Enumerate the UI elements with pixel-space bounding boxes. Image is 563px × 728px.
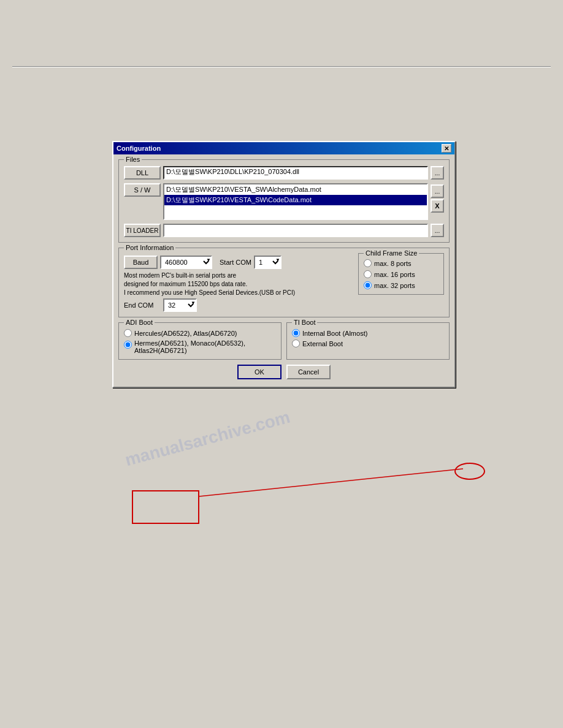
- port-info-group: Port Information Baud 460800 115200 2304…: [118, 248, 450, 317]
- sw-side-buttons: ... X: [431, 183, 444, 213]
- ti-boot-group: TI Boot Internal Boot (Almost) External …: [286, 322, 450, 360]
- ok-button[interactable]: OK: [237, 365, 282, 379]
- max-32-label: max. 32 ports: [374, 282, 415, 289]
- dialog-body: Files DLL D:\모델별SW\KP210\DLL\KP210_07030…: [113, 154, 454, 387]
- baud-button[interactable]: Baud: [124, 256, 158, 269]
- hermes-radio[interactable]: [124, 341, 132, 349]
- internal-boot-radio[interactable]: [292, 329, 300, 337]
- sw-browse-button[interactable]: ...: [431, 184, 444, 198]
- baud-select[interactable]: 460800 115200 230400 921600: [160, 256, 212, 269]
- baud-select-wrapper: 460800 115200 230400 921600: [160, 256, 212, 269]
- svg-line-0: [199, 469, 463, 496]
- tiloader-row: TI LOADER ...: [124, 224, 444, 237]
- files-group-label: Files: [124, 156, 142, 163]
- ti-boot-label: TI Boot: [292, 319, 317, 326]
- max-8-radio[interactable]: [364, 259, 372, 267]
- start-com-label: Start COM: [220, 259, 251, 266]
- watermark: manualsarchive.com: [123, 408, 293, 471]
- tiloader-button[interactable]: TI LOADER: [124, 224, 161, 237]
- dll-row: DLL D:\모델별SW\KP210\DLL\KP210_070304.dll …: [124, 166, 444, 180]
- external-boot-label: External Boot: [302, 340, 343, 347]
- configuration-dialog: Configuration ✕ Files DLL D:\모델별SW\KP210…: [112, 141, 456, 388]
- dll-browse-button[interactable]: ...: [431, 166, 444, 180]
- baud-row: Baud 460800 115200 230400 921600 Start C: [124, 256, 353, 269]
- tiloader-browse-button[interactable]: ...: [431, 224, 444, 237]
- dialog-buttons: OK Cancel: [118, 365, 450, 382]
- adi-boot-group: ADI Boot Hercules(AD6522), Atlas(AD6720)…: [118, 322, 282, 360]
- hermes-radio-row: Hermes(AD6521), Monaco(AD6532),Atlas2H(A…: [124, 339, 276, 354]
- hercules-radio-row: Hercules(AD6522), Atlas(AD6720): [124, 329, 276, 337]
- max-32-radio[interactable]: [364, 281, 372, 289]
- sw-listbox-container: D:\모델별SW\KP210\VESTA_SW\AlchemyData.mot …: [163, 183, 428, 220]
- port-note: Most modern PC's built-in serial ports a…: [124, 271, 353, 297]
- files-group: Files DLL D:\모델별SW\KP210\DLL\KP210_07030…: [118, 159, 450, 243]
- dialog-close-button[interactable]: ✕: [442, 144, 451, 153]
- sw-list-item[interactable]: D:\모델별SW\KP210\VESTA_SW\AlchemyData.mot: [164, 184, 427, 195]
- cancel-button[interactable]: Cancel: [286, 365, 331, 379]
- max-32-ports-row: max. 32 ports: [364, 281, 439, 289]
- dialog-title-bar: Configuration ✕: [113, 142, 454, 154]
- sw-button[interactable]: S / W: [124, 183, 161, 197]
- end-com-row: End COM 32 16 8: [124, 298, 353, 312]
- top-divider: [12, 66, 551, 67]
- end-com-select-wrapper: 32 16 8: [163, 298, 197, 312]
- start-com-select[interactable]: 1 2 3: [254, 256, 282, 269]
- sw-listbox[interactable]: D:\모델별SW\KP210\VESTA_SW\AlchemyData.mot …: [163, 183, 428, 220]
- max-8-label: max. 8 ports: [374, 260, 412, 267]
- sw-row: S / W D:\모델별SW\KP210\VESTA_SW\AlchemyDat…: [124, 183, 444, 220]
- hercules-radio[interactable]: [124, 329, 132, 337]
- ok-annotation-circle: [454, 463, 485, 480]
- adi-boot-label: ADI Boot: [124, 319, 155, 326]
- max-8-ports-row: max. 8 ports: [364, 259, 439, 267]
- end-com-label: End COM: [124, 301, 161, 309]
- hercules-label: Hercules(AD6522), Atlas(AD6720): [134, 330, 237, 337]
- port-info-group-label: Port Information: [124, 244, 175, 251]
- external-boot-row: External Boot: [292, 339, 444, 347]
- child-frame-size-label: Child Frame Size: [364, 249, 419, 257]
- max-16-radio[interactable]: [364, 270, 372, 278]
- end-com-select[interactable]: 32 16 8: [163, 298, 197, 312]
- sw-delete-button[interactable]: X: [431, 199, 444, 213]
- start-com-container: Start COM 1 2 3: [220, 256, 282, 269]
- internal-boot-row: Internal Boot (Almost): [292, 329, 444, 337]
- internal-boot-label: Internal Boot (Almost): [302, 330, 367, 337]
- child-frame-size-group: Child Frame Size max. 8 ports max. 16 po…: [358, 253, 444, 295]
- tiloader-input[interactable]: [163, 224, 428, 237]
- bottom-sections: ADI Boot Hercules(AD6522), Atlas(AD6720)…: [118, 322, 450, 360]
- external-boot-radio[interactable]: [292, 339, 300, 347]
- bottom-annotation-box: [132, 490, 199, 524]
- dialog-title: Configuration: [117, 145, 161, 152]
- start-com-select-wrapper: 1 2 3: [254, 256, 282, 269]
- max-16-label: max. 16 ports: [374, 271, 415, 278]
- dll-button[interactable]: DLL: [124, 166, 161, 180]
- max-16-ports-row: max. 16 ports: [364, 270, 439, 278]
- sw-list-item-selected[interactable]: D:\모델별SW\KP210\VESTA_SW\CodeData.mot: [164, 195, 427, 205]
- dll-input[interactable]: D:\모델별SW\KP210\DLL\KP210_070304.dll: [163, 166, 428, 180]
- hermes-label: Hermes(AD6521), Monaco(AD6532),Atlas2H(A…: [134, 339, 245, 354]
- port-left: Baud 460800 115200 230400 921600 Start C: [124, 253, 353, 312]
